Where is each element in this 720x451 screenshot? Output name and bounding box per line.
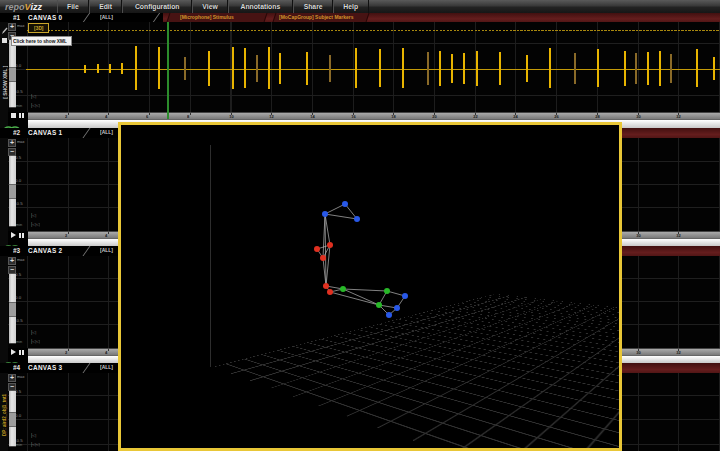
canvas-tab[interactable]: CANVAS 2 [28, 247, 62, 254]
mocap-marker-red [323, 283, 329, 289]
canvas-id: #1 [13, 14, 20, 21]
playback-cursor[interactable] [167, 22, 169, 119]
ruler-tick-label-text: 14 [310, 114, 314, 119]
mocap-marker-blue [354, 216, 360, 222]
ruler-tick-label: 32 [676, 350, 680, 355]
waveform-spike [329, 55, 331, 82]
menu-item-share[interactable]: Share [293, 0, 333, 13]
zoom-in-button[interactable]: + [8, 257, 16, 265]
menu-item-view[interactable]: View [192, 0, 228, 13]
zoom-out-button[interactable]: − [8, 148, 16, 156]
edit-pencil-icon[interactable] [1, 27, 8, 35]
all-tab[interactable]: [ALL] [100, 15, 113, 21]
menu-item-label: Help [344, 3, 359, 11]
stop-button[interactable] [11, 113, 16, 118]
mocap-3d-viewer[interactable] [118, 122, 622, 451]
ruler-tick-label: 10 [229, 114, 233, 119]
canvas-tab[interactable]: CANVAS 0 [28, 14, 62, 21]
menu-item-annotations[interactable]: Annotations [228, 0, 293, 13]
mocap-marker-blue [322, 211, 328, 217]
ruler-tick-label-text: 16 [351, 114, 355, 119]
ruler-tick-label: 4 [106, 114, 108, 119]
menu-item-configuration[interactable]: Configuration [122, 0, 192, 13]
all-tab-text: [ALL] [100, 130, 113, 136]
zoom-out-button[interactable]: − [8, 266, 16, 274]
menu-item-file[interactable]: File [57, 0, 89, 13]
v-scrollbar-handle[interactable] [9, 184, 16, 199]
canvas-plot-0[interactable] [8, 22, 720, 112]
ruler-tick-label-text: 6 [146, 114, 148, 119]
waveform-spike [402, 48, 404, 88]
speaker-icon-2-text: |◁◁ [31, 222, 40, 227]
speaker-icon: |◁ [31, 94, 36, 99]
waveform-spike [659, 51, 661, 86]
mocap-marker-red [327, 289, 333, 295]
canvas-id: #2 [13, 129, 20, 136]
mocap-marker-blue [342, 201, 348, 207]
ruler-tick-label: 2 [65, 350, 67, 355]
ruler-tick-label: 30 [636, 233, 640, 238]
y-axis-label: -0.5 [15, 318, 23, 323]
speaker-icon: |◁ [31, 213, 36, 218]
ruler-tick-label-text: 30 [636, 350, 640, 355]
3d-badge[interactable]: [3D] [28, 23, 49, 33]
ruler-tick-label: 8 [187, 114, 189, 119]
ruler-tick-label: 14 [310, 114, 314, 119]
y-axis-label-text: -0.5 [15, 318, 23, 323]
v-scrollbar[interactable] [9, 149, 16, 227]
ruler-tick-label: 12 [269, 114, 273, 119]
link-chain-icon-0[interactable] [3, 120, 21, 128]
speaker-icon-2-text: |◁◁ [31, 442, 40, 447]
ruler-tick-label-text: 32 [676, 233, 680, 238]
zoom-in-button[interactable]: + [8, 374, 16, 382]
play-button[interactable] [11, 232, 16, 238]
waveform-spike [279, 53, 281, 84]
square-icon[interactable] [2, 38, 7, 43]
node-tab-mocapgroup-label: [MoCapGroup] Subject Markers [279, 15, 353, 21]
min-label: min [16, 223, 22, 227]
waveform-spike [109, 64, 111, 73]
y-axis-label: -0.5 [15, 201, 23, 206]
menu-item-edit[interactable]: Edit [89, 0, 122, 13]
zoom-out-button-text: − [10, 266, 14, 273]
v-scrollbar[interactable] [9, 384, 16, 447]
v-scrollbar-handle[interactable] [9, 412, 16, 427]
canvas-tab[interactable]: CANVAS 3 [28, 364, 62, 371]
all-tab[interactable]: [ALL] [100, 365, 113, 371]
ruler-tick-label: 20 [432, 114, 436, 119]
zoom-in-button[interactable]: + [8, 139, 16, 147]
play-button[interactable] [11, 349, 16, 355]
v-scrollbar-handle[interactable] [9, 302, 16, 317]
menu-bar: repoVizz FileEditConfigurationViewAnnota… [0, 0, 720, 14]
speaker-icon: |◁ [31, 433, 36, 438]
ruler-tick-label: 24 [514, 114, 518, 119]
zoom-out-button-text: − [10, 383, 14, 390]
ruler-tick-label-text: 32 [676, 350, 680, 355]
v-scrollbar[interactable] [9, 267, 16, 344]
v-scrollbar-handle[interactable] [9, 67, 16, 82]
waveform-spike [84, 65, 86, 73]
menu-item-help[interactable]: Help [333, 0, 368, 13]
ruler-tick-label-text: 2 [65, 350, 67, 355]
waveform-spike [647, 52, 649, 85]
waveform-spike [526, 55, 528, 82]
skeleton-bone [343, 289, 387, 291]
speaker-icon-2-text: |◁◁ [31, 103, 40, 108]
menu-item-label: Configuration [135, 3, 180, 11]
ruler-tick [108, 349, 109, 351]
canvas-id-text: #2 [13, 129, 20, 136]
pause-button[interactable] [19, 350, 24, 355]
transport-0 [11, 113, 24, 118]
ruler-tick-label: 6 [146, 114, 148, 119]
waveform-spike [549, 48, 551, 88]
zoom-in-button[interactable]: + [8, 23, 16, 31]
zoom-out-button[interactable]: − [8, 383, 16, 391]
all-tab[interactable]: [ALL] [100, 130, 113, 136]
menu-item-label: File [67, 3, 79, 11]
all-tab[interactable]: [ALL] [100, 248, 113, 254]
pause-button[interactable] [19, 233, 24, 238]
canvas-id-text: #3 [13, 247, 20, 254]
canvas-tab[interactable]: CANVAS 1 [28, 129, 62, 136]
pause-button[interactable] [19, 113, 24, 118]
ruler-tick-label: 22 [473, 114, 477, 119]
